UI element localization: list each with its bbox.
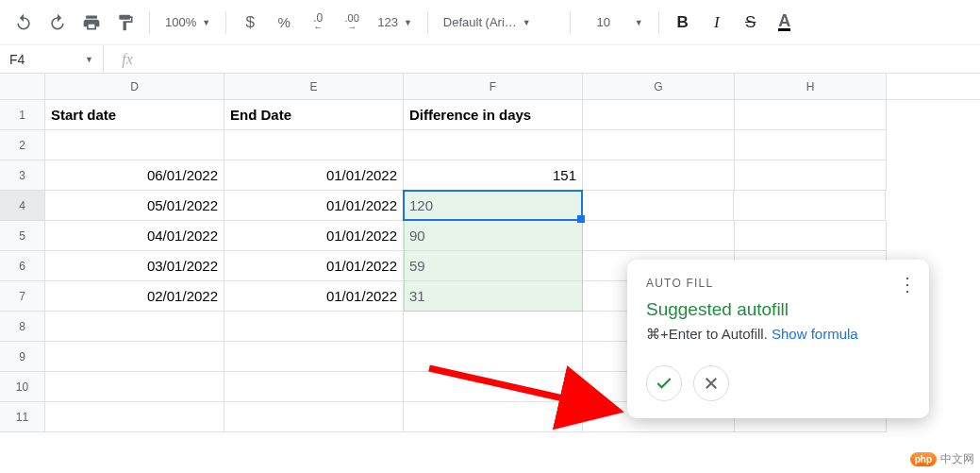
cell[interactable]: 151 bbox=[404, 160, 583, 191]
row-header[interactable]: 6 bbox=[0, 251, 45, 281]
cell[interactable] bbox=[735, 130, 887, 160]
row-header[interactable]: 2 bbox=[0, 130, 45, 160]
zoom-dropdown[interactable]: 100%▼ bbox=[159, 8, 216, 37]
cell[interactable] bbox=[224, 402, 404, 432]
col-header-E[interactable]: E bbox=[224, 74, 404, 99]
fx-label: fx bbox=[104, 51, 151, 68]
watermark-text: 中文网 bbox=[940, 451, 974, 467]
caret-icon: ▼ bbox=[635, 18, 643, 27]
row-header[interactable]: 1 bbox=[0, 100, 45, 130]
tooltip-title: Suggested autofill bbox=[646, 299, 910, 320]
cell[interactable] bbox=[583, 130, 735, 160]
cell[interactable] bbox=[45, 130, 224, 160]
cell[interactable] bbox=[45, 402, 224, 432]
cell[interactable]: 01/01/2022 bbox=[224, 160, 404, 191]
cell[interactable] bbox=[735, 160, 887, 191]
cell-suggested[interactable]: 59 bbox=[404, 251, 583, 281]
currency-button[interactable]: $ bbox=[236, 8, 264, 37]
cell[interactable]: End Date bbox=[224, 100, 404, 130]
cell[interactable] bbox=[583, 100, 735, 130]
cell[interactable] bbox=[583, 221, 735, 251]
col-header-H[interactable]: H bbox=[735, 74, 887, 99]
decrease-decimal-button[interactable]: .0← bbox=[304, 8, 332, 37]
reject-autofill-button[interactable] bbox=[693, 365, 729, 401]
name-box[interactable]: F4 ▼ bbox=[0, 45, 104, 73]
col-header-G[interactable]: G bbox=[583, 74, 735, 99]
caret-icon: ▼ bbox=[85, 55, 93, 64]
cell[interactable] bbox=[404, 402, 583, 432]
column-headers: D E F G H bbox=[0, 74, 980, 100]
toolbar: 100%▼ $ % .0← .00→ 123▼ Default (Ari…▼ 1… bbox=[0, 0, 980, 45]
cell[interactable]: 06/01/2022 bbox=[45, 160, 224, 191]
cell[interactable] bbox=[45, 312, 224, 342]
cell[interactable]: 02/01/2022 bbox=[45, 281, 224, 312]
cell[interactable] bbox=[404, 312, 583, 342]
col-header-D[interactable]: D bbox=[45, 74, 224, 99]
font-dropdown[interactable]: Default (Ari…▼ bbox=[438, 8, 560, 37]
strike-button[interactable]: S bbox=[737, 8, 765, 37]
separator bbox=[658, 11, 659, 34]
cell[interactable] bbox=[224, 342, 404, 372]
row-header[interactable]: 9 bbox=[0, 342, 45, 372]
cell[interactable]: 01/01/2022 bbox=[224, 221, 404, 251]
cell[interactable] bbox=[735, 221, 887, 251]
autofill-tooltip: ⋮ AUTO FILL Suggested autofill ⌘+Enter t… bbox=[627, 260, 929, 418]
row-header[interactable]: 3 bbox=[0, 160, 45, 191]
print-button[interactable] bbox=[77, 8, 106, 37]
row-header[interactable]: 8 bbox=[0, 312, 45, 342]
row-header[interactable]: 5 bbox=[0, 221, 45, 251]
fill-handle[interactable] bbox=[577, 215, 585, 223]
show-formula-link[interactable]: Show formula bbox=[772, 326, 858, 342]
cell[interactable]: 05/01/2022 bbox=[45, 191, 224, 221]
tooltip-subtitle: ⌘+Enter to Autofill. Show formula bbox=[646, 326, 910, 343]
caret-icon: ▼ bbox=[202, 18, 210, 27]
cell[interactable] bbox=[224, 130, 404, 160]
cell[interactable] bbox=[404, 372, 583, 402]
cell[interactable] bbox=[735, 100, 887, 130]
select-all-corner[interactable] bbox=[0, 74, 45, 99]
font-size-dropdown[interactable]: 10 bbox=[580, 8, 627, 37]
italic-button[interactable]: I bbox=[703, 8, 731, 37]
font-size-label: 10 bbox=[597, 15, 610, 29]
undo-button[interactable] bbox=[9, 8, 38, 37]
row-header[interactable]: 11 bbox=[0, 402, 45, 432]
php-badge: php bbox=[910, 452, 937, 466]
cell[interactable]: 04/01/2022 bbox=[45, 221, 224, 251]
increase-decimal-button[interactable]: .00→ bbox=[338, 8, 366, 37]
cell[interactable]: 01/01/2022 bbox=[224, 251, 404, 281]
cell[interactable] bbox=[404, 342, 583, 372]
accept-autofill-button[interactable] bbox=[646, 365, 682, 401]
active-cell[interactable]: 120 bbox=[403, 190, 583, 221]
cell[interactable]: 03/01/2022 bbox=[45, 251, 224, 281]
col-header-F[interactable]: F bbox=[404, 74, 583, 99]
number-format-dropdown[interactable]: 123▼ bbox=[372, 8, 418, 37]
more-options-button[interactable]: ⋮ bbox=[898, 273, 916, 296]
cell[interactable] bbox=[45, 372, 224, 402]
cell[interactable]: Start date bbox=[45, 100, 224, 130]
row-header[interactable]: 7 bbox=[0, 281, 45, 312]
cell[interactable] bbox=[224, 372, 404, 402]
percent-button[interactable]: % bbox=[270, 8, 298, 37]
cell[interactable]: 01/01/2022 bbox=[224, 281, 404, 312]
cell[interactable] bbox=[224, 312, 404, 342]
cell[interactable] bbox=[45, 342, 224, 372]
text-color-button[interactable]: A bbox=[771, 8, 799, 37]
cell[interactable]: 01/01/2022 bbox=[224, 191, 404, 221]
cell[interactable]: Difference in days bbox=[404, 100, 583, 130]
name-box-value: F4 bbox=[9, 52, 25, 67]
row-header[interactable]: 10 bbox=[0, 372, 45, 402]
row-header[interactable]: 4 bbox=[0, 191, 45, 221]
cell[interactable] bbox=[583, 160, 735, 191]
separator bbox=[570, 11, 571, 34]
caret-icon: ▼ bbox=[523, 18, 531, 27]
cell[interactable] bbox=[404, 130, 583, 160]
cell-suggested[interactable]: 31 bbox=[404, 281, 583, 312]
cell[interactable] bbox=[734, 191, 886, 221]
redo-button[interactable] bbox=[43, 8, 72, 37]
tooltip-caption: AUTO FILL bbox=[646, 277, 910, 290]
cell-suggested[interactable]: 90 bbox=[404, 221, 583, 251]
separator bbox=[225, 11, 226, 34]
bold-button[interactable]: B bbox=[669, 8, 697, 37]
cell[interactable] bbox=[582, 191, 734, 221]
paint-format-button[interactable] bbox=[111, 8, 140, 37]
